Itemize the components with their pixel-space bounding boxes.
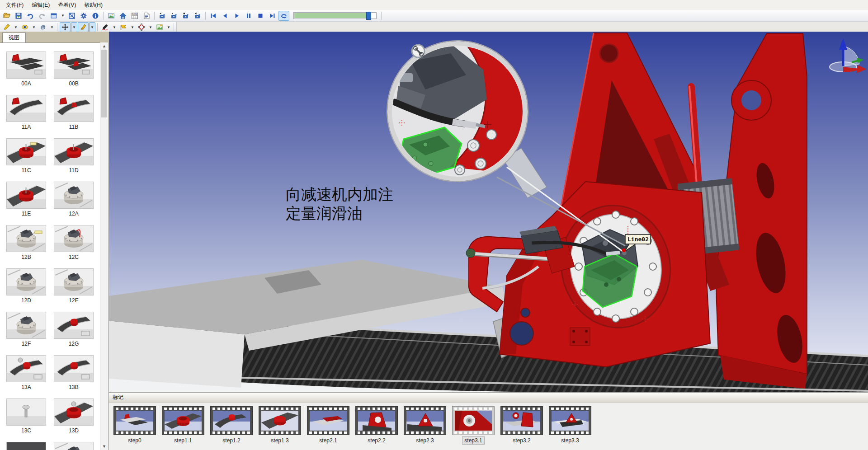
view-thumbnail[interactable] — [6, 442, 46, 450]
step-item[interactable]: step1.1 — [162, 406, 204, 444]
step-thumbnail[interactable] — [259, 406, 301, 435]
view-item[interactable]: 12G — [54, 312, 94, 347]
view-item[interactable]: 13C — [6, 398, 46, 434]
view-thumbnail[interactable] — [54, 268, 94, 295]
anim-loop-button[interactable] — [278, 11, 289, 21]
view-item[interactable] — [6, 442, 46, 450]
snapshot-first-button[interactable] — [157, 11, 168, 21]
anim-pause-button[interactable] — [243, 11, 254, 21]
export-image-button[interactable] — [106, 11, 117, 21]
save-image-button[interactable] — [13, 11, 24, 21]
anim-play-button[interactable] — [231, 11, 242, 21]
fit-view-button[interactable] — [66, 11, 77, 21]
view-thumbnail[interactable] — [6, 355, 46, 382]
step-thumbnail[interactable] — [355, 406, 398, 435]
marker-tool-dropdown[interactable]: ▼ — [13, 22, 19, 32]
step-item[interactable]: step2.3 — [404, 406, 446, 444]
view-item[interactable]: 12C — [54, 225, 94, 260]
step-thumbnail[interactable] — [500, 406, 543, 435]
erase-tool-dropdown[interactable]: ▼ — [49, 22, 55, 32]
step-thumbnail[interactable] — [162, 406, 204, 435]
step-item[interactable]: step1.2 — [210, 406, 253, 444]
step-thumbnail[interactable] — [307, 406, 349, 435]
view-thumbnail[interactable] — [6, 398, 46, 426]
open-button[interactable] — [1, 11, 12, 21]
view-thumbnail[interactable] — [6, 138, 46, 165]
measure-tool-button[interactable] — [136, 22, 147, 32]
view-item[interactable]: 00B — [54, 52, 94, 87]
scroll-down-icon[interactable]: ▼ — [100, 443, 108, 450]
image-note-tool-dropdown[interactable]: ▼ — [165, 22, 172, 32]
timeline-handle[interactable] — [366, 12, 371, 20]
erase-tool-button[interactable] — [38, 22, 48, 32]
view-thumbnail[interactable] — [54, 52, 94, 79]
snapshot-play-button[interactable] — [169, 11, 179, 21]
view-item[interactable]: 12E — [54, 268, 94, 304]
step-thumbnail[interactable] — [549, 406, 591, 435]
measure-tool-dropdown[interactable]: ▼ — [147, 22, 154, 32]
view-item[interactable]: 11B — [54, 95, 94, 130]
view-item[interactable]: 00A — [6, 52, 46, 87]
view-thumbnail[interactable] — [54, 355, 94, 382]
timeline-slider[interactable] — [293, 12, 377, 19]
move-tool-dropdown[interactable]: ▼ — [71, 22, 77, 32]
snapshot-last-button[interactable] — [192, 11, 203, 21]
view-item[interactable]: 11E — [6, 182, 46, 217]
step-item[interactable]: step3.2 — [500, 406, 543, 444]
anim-prev-button[interactable] — [220, 11, 231, 21]
views-scrollbar[interactable]: ▲ ▼ — [100, 42, 108, 450]
view-thumbnail[interactable] — [6, 312, 46, 339]
view-item[interactable]: 11D — [54, 138, 94, 173]
pen-annotation-tool-dropdown[interactable]: ▼ — [111, 22, 118, 32]
anim-first-button[interactable] — [208, 11, 219, 21]
view-thumbnail[interactable] — [54, 138, 94, 165]
anim-stop-button[interactable] — [255, 11, 266, 21]
view-mode-button[interactable] — [48, 11, 59, 21]
view-item[interactable] — [54, 442, 94, 450]
step-item[interactable]: step2.1 — [307, 406, 349, 444]
scrollbar-thumb[interactable] — [101, 50, 107, 117]
notes-button[interactable] — [141, 11, 152, 21]
view-thumbnail[interactable] — [54, 225, 94, 252]
view-thumbnail[interactable] — [54, 95, 94, 122]
tab-views[interactable]: 视图 — [2, 33, 26, 42]
undo-button[interactable] — [25, 11, 36, 21]
step-thumbnail[interactable] — [113, 406, 156, 435]
bom-table-button[interactable]: BOM — [129, 11, 140, 21]
view-item[interactable]: 12A — [54, 182, 94, 217]
orient-tool-button[interactable] — [78, 22, 89, 32]
snapshot-stop-button[interactable] — [180, 11, 191, 21]
view-thumbnail[interactable] — [54, 182, 94, 209]
go-home-button[interactable] — [118, 11, 128, 21]
view-thumbnail[interactable] — [54, 442, 94, 450]
scroll-up-icon[interactable]: ▲ — [100, 42, 108, 50]
step-item[interactable]: step3.3 — [549, 406, 591, 444]
step-item[interactable]: step2.2 — [355, 406, 398, 444]
view-item[interactable]: 13D — [54, 398, 94, 434]
image-note-tool-button[interactable] — [154, 22, 165, 32]
view-thumbnail[interactable] — [6, 225, 46, 252]
step-item[interactable]: step3.1 — [452, 406, 495, 444]
view-item[interactable]: 12D — [6, 268, 46, 304]
view-item[interactable]: 13B — [54, 355, 94, 390]
view-item[interactable]: 12F — [6, 312, 46, 347]
orient-tool-dropdown[interactable]: ▼ — [89, 22, 95, 32]
callout-flag-tool-dropdown[interactable]: ▼ — [129, 22, 136, 32]
step-thumbnail[interactable] — [210, 406, 253, 435]
visibility-tool-dropdown[interactable]: ▼ — [31, 22, 37, 32]
menu-edit[interactable]: 编辑(E) — [28, 0, 54, 10]
step-thumbnail[interactable] — [404, 406, 446, 435]
step-item[interactable]: step1.3 — [259, 406, 301, 444]
pen-annotation-tool-button[interactable] — [100, 22, 111, 32]
marker-tool-button[interactable] — [1, 22, 12, 32]
timeline-track[interactable] — [293, 12, 377, 19]
visibility-tool-button[interactable] — [19, 22, 30, 32]
view-item[interactable]: 11C — [6, 138, 46, 173]
anim-last-button[interactable] — [267, 11, 278, 21]
view-mode-dropdown[interactable]: ▼ — [60, 11, 66, 21]
view-item[interactable]: 12B — [6, 225, 46, 260]
view-thumbnail[interactable] — [6, 95, 46, 122]
view-item[interactable]: 13A — [6, 355, 46, 390]
settings-button[interactable] — [78, 11, 89, 21]
step-item[interactable]: step0 — [113, 406, 156, 444]
